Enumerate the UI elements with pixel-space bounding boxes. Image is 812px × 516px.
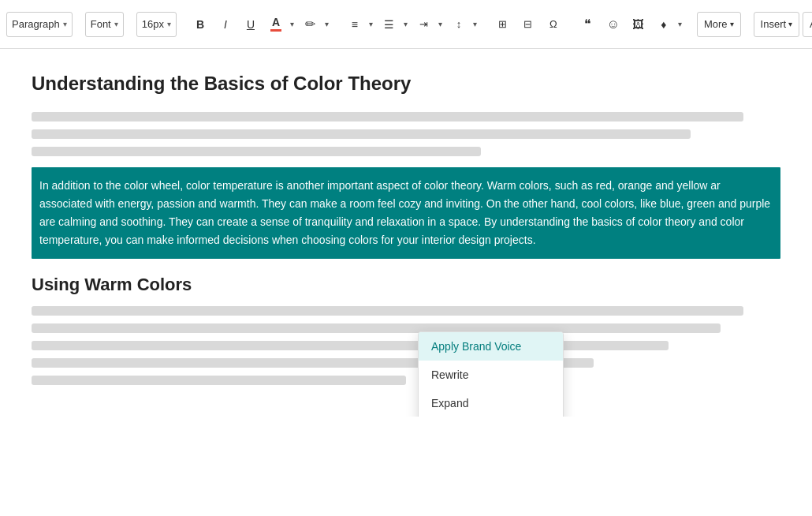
document-title: Understanding the Basics of Color Theory xyxy=(32,73,780,95)
context-menu-item-expand[interactable]: Expand xyxy=(419,389,563,417)
line-height-arrow[interactable]: ▾ xyxy=(471,13,479,36)
font-size-chevron-icon: ▾ xyxy=(167,20,171,28)
quote-button[interactable]: ❝ xyxy=(577,13,599,36)
paragraph-label: Paragraph xyxy=(12,18,60,30)
more-chevron-icon: ▾ xyxy=(730,20,734,28)
context-menu: Apply Brand Voice Rewrite Expand Shorten… xyxy=(418,331,564,417)
placeholder-line-1 xyxy=(32,112,743,122)
insert-label: Insert xyxy=(761,18,787,30)
align-group[interactable]: ≡ ▾ xyxy=(344,13,375,36)
indent-arrow[interactable]: ▾ xyxy=(436,13,445,36)
font-size-value: 16px xyxy=(142,18,164,30)
highlight-arrow[interactable]: ▾ xyxy=(322,13,331,36)
bold-button[interactable]: B xyxy=(189,13,211,36)
text-color-group[interactable]: A ▾ xyxy=(265,13,296,36)
insert-chevron-icon: ▾ xyxy=(788,20,792,28)
font-chevron-icon: ▾ xyxy=(114,20,118,28)
font-size-dropdown[interactable]: 16px ▾ xyxy=(136,12,177,37)
placeholder-line-6 xyxy=(32,341,669,350)
line-height-group[interactable]: ↕ ▾ xyxy=(448,13,479,36)
paragraph-dropdown[interactable]: Paragraph ▾ xyxy=(6,12,73,37)
insert-dropdown[interactable]: Insert ▾ xyxy=(754,12,800,37)
placeholder-line-3 xyxy=(32,147,481,156)
list-group[interactable]: ☰ ▾ xyxy=(378,13,410,36)
placeholder-line-4 xyxy=(32,306,743,316)
placeholder-line-8 xyxy=(32,376,406,385)
image-button[interactable]: 🖼 xyxy=(628,13,650,36)
align-arrow[interactable]: ▾ xyxy=(367,13,375,36)
context-menu-item-apply-brand-voice[interactable]: Apply Brand Voice xyxy=(419,332,563,361)
text-color-button[interactable]: A xyxy=(265,13,287,36)
text-color-arrow[interactable]: ▾ xyxy=(288,13,296,36)
section2-title: Using Warm Colors xyxy=(32,275,780,295)
list-arrow[interactable]: ▾ xyxy=(401,13,410,36)
font-label: Font xyxy=(91,18,111,30)
text-color-icon: A xyxy=(270,17,281,32)
table-button[interactable]: ⊞ xyxy=(492,13,514,36)
placeholder-line-5 xyxy=(32,323,721,333)
special-char-button[interactable]: Ω xyxy=(542,13,564,36)
adv-button[interactable]: Adv xyxy=(803,12,812,37)
highlight-button[interactable]: ✏ xyxy=(300,13,322,36)
shape-group[interactable]: ♦ ▾ xyxy=(653,13,684,36)
emoji-button[interactable]: ☺ xyxy=(602,13,624,36)
placeholder-line-2 xyxy=(32,129,691,139)
underline-button[interactable]: U xyxy=(240,13,262,36)
list-button[interactable]: ☰ xyxy=(378,13,400,36)
shape-arrow[interactable]: ▾ xyxy=(676,13,684,36)
indent-out-button[interactable]: ⊟ xyxy=(517,13,539,36)
highlighted-text[interactable]: In addition to the color wheel, color te… xyxy=(32,167,780,259)
toolbar: Paragraph ▾ Font ▾ 16px ▾ B I U A ▾ ✏ ▾ … xyxy=(0,0,812,49)
context-menu-item-rewrite[interactable]: Rewrite xyxy=(419,361,563,389)
indent-button[interactable]: ⇥ xyxy=(413,13,435,36)
italic-button[interactable]: I xyxy=(214,13,237,36)
more-dropdown[interactable]: More ▾ xyxy=(697,12,741,37)
more-label: More xyxy=(704,18,728,30)
indent-group[interactable]: ⇥ ▾ xyxy=(413,13,445,36)
font-dropdown[interactable]: Font ▾ xyxy=(85,12,124,37)
highlight-group[interactable]: ✏ ▾ xyxy=(300,13,331,36)
apply-brand-voice-label: Apply Brand Voice xyxy=(431,340,521,353)
expand-label: Expand xyxy=(431,397,468,409)
rewrite-label: Rewrite xyxy=(431,368,468,381)
shape-button[interactable]: ♦ xyxy=(653,13,675,36)
align-button[interactable]: ≡ xyxy=(344,13,366,36)
line-height-button[interactable]: ↕ xyxy=(448,13,470,36)
editor-area: Understanding the Basics of Color Theory… xyxy=(0,49,812,417)
paragraph-chevron-icon: ▾ xyxy=(63,20,67,28)
